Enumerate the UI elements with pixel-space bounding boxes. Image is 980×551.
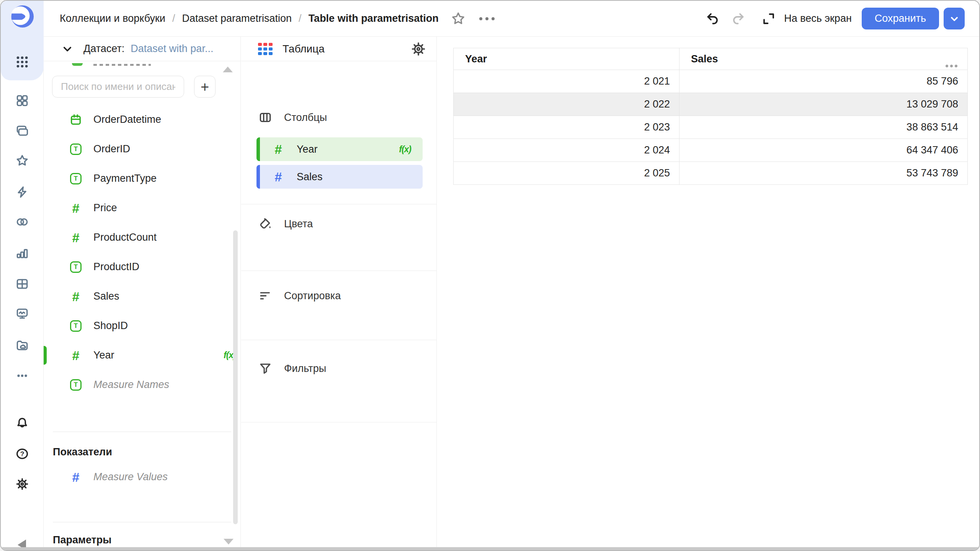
redo-icon[interactable] xyxy=(730,11,746,26)
table-row[interactable]: 2 02185 796 xyxy=(454,70,968,93)
save-button[interactable]: Сохранить xyxy=(862,8,939,29)
scroll-down-icon[interactable] xyxy=(224,539,234,544)
bottom-scrollbar[interactable] xyxy=(1,547,979,550)
table-header-year[interactable]: Year xyxy=(454,48,679,70)
sidebar-item-connections[interactable] xyxy=(14,214,31,230)
table-cell: 85 796 xyxy=(679,70,968,93)
quick-actions-icon xyxy=(15,185,29,199)
settings-gear-icon[interactable] xyxy=(410,41,426,57)
text-field-icon: T xyxy=(70,261,82,273)
chip-label: Year xyxy=(297,143,399,155)
dataset-header: Датасет: Dataset with par... xyxy=(44,37,240,61)
dataset-name-link[interactable]: Dataset with par... xyxy=(131,43,213,55)
field-row-orderid[interactable]: T OrderID xyxy=(44,134,231,164)
columns-section-label: Столбцы xyxy=(284,112,327,124)
tables-icon xyxy=(15,277,29,291)
field-row-sales[interactable]: # Sales xyxy=(44,282,231,311)
table-row[interactable]: 2 02464 347 406 xyxy=(454,139,968,162)
sidebar-item-tables[interactable] xyxy=(14,276,31,292)
dashboards-icon xyxy=(15,93,29,108)
visualization-panel: Таблица Столбцы # Yearf(x) # Sales xyxy=(241,37,437,547)
table-cell: 53 743 789 xyxy=(679,162,968,185)
favorite-star-icon[interactable] xyxy=(450,11,466,27)
dataset-panel: Датасет: Dataset with par... + OrderDate… xyxy=(44,37,241,547)
field-label: Price xyxy=(93,202,117,214)
table-cell: 2 023 xyxy=(454,116,679,139)
number-field-icon: # xyxy=(275,170,282,183)
field-search-input[interactable] xyxy=(52,76,184,98)
scroll-up-icon[interactable] xyxy=(223,67,233,72)
sidebar-item-favorites[interactable] xyxy=(14,152,31,169)
visualization-title[interactable]: Таблица xyxy=(283,43,410,55)
breadcrumb-item[interactable]: Коллекции и воркбуки xyxy=(60,13,165,24)
field-row-price[interactable]: # Price xyxy=(44,193,231,223)
filters-section[interactable]: Фильтры xyxy=(258,361,326,376)
number-field-icon: # xyxy=(72,471,80,484)
text-field-icon: T xyxy=(70,173,82,184)
table-cell: 2 021 xyxy=(454,70,679,93)
colors-section[interactable]: Цвета xyxy=(258,217,313,231)
sidebar-item-settings[interactable] xyxy=(14,476,31,492)
sidebar-item-more[interactable] xyxy=(14,367,31,384)
sidebar-item-storage[interactable] xyxy=(14,337,31,354)
fullscreen-label[interactable]: На весь экран xyxy=(784,13,852,24)
save-dropdown-button[interactable] xyxy=(944,8,965,29)
table-menu-ellipsis-icon[interactable] xyxy=(946,65,957,67)
sorting-section[interactable]: Сортировка xyxy=(258,289,341,303)
undo-icon[interactable] xyxy=(705,11,720,26)
field-row-measure-values[interactable]: # Measure Values xyxy=(44,462,231,492)
top-bar: Коллекции и воркбуки/Dataset parametrisa… xyxy=(44,1,979,37)
more-icon xyxy=(15,368,29,383)
svg-text:?: ? xyxy=(20,450,24,458)
visualization-header: Таблица xyxy=(241,37,436,61)
params-section-title: Параметры xyxy=(53,534,111,546)
paint-bucket-icon xyxy=(258,217,273,231)
breadcrumb-separator: / xyxy=(172,13,175,24)
table-row[interactable]: 2 02338 863 514 xyxy=(454,116,968,139)
formula-icon: f(x) xyxy=(399,144,411,155)
field-row-productid[interactable]: T ProductID xyxy=(44,252,231,282)
sidebar-item-help[interactable]: ? xyxy=(14,445,31,462)
columns-icon xyxy=(258,110,273,125)
text-field-icon: T xyxy=(70,320,82,332)
sidebar-item-workbooks[interactable] xyxy=(14,122,31,139)
table-cell: 38 863 514 xyxy=(679,116,968,139)
monitoring-icon xyxy=(15,306,29,321)
table-cell: 2 025 xyxy=(454,162,679,185)
field-row-shopid[interactable]: T ShopID xyxy=(44,311,231,341)
table-visualization-icon[interactable] xyxy=(258,43,273,55)
sidebar-item-apps-grid[interactable] xyxy=(14,54,31,70)
number-field-icon: # xyxy=(72,202,80,215)
sidebar-item-quick-actions[interactable] xyxy=(14,184,31,201)
datalens-logo-icon[interactable] xyxy=(11,5,34,28)
breadcrumb-item[interactable]: Dataset parametrisation xyxy=(182,13,292,24)
column-chip-year[interactable]: # Yearf(x) xyxy=(256,137,423,161)
field-row-productcount[interactable]: # ProductCount xyxy=(44,223,231,252)
fullscreen-icon[interactable] xyxy=(761,11,776,26)
sidebar-item-monitoring[interactable] xyxy=(14,305,31,322)
more-ellipsis-icon[interactable] xyxy=(479,17,495,20)
chevron-down-icon[interactable] xyxy=(60,42,74,56)
column-chip-sales[interactable]: # Sales xyxy=(256,165,423,189)
table-header-sales[interactable]: Sales xyxy=(679,48,968,70)
sidebar-item-charts[interactable] xyxy=(14,245,31,262)
table-cell: 64 347 406 xyxy=(679,139,968,162)
table-row[interactable]: 2 02213 029 708 xyxy=(454,93,968,116)
divider xyxy=(241,340,436,340)
add-field-button[interactable]: + xyxy=(194,76,216,98)
storage-icon xyxy=(15,338,29,352)
field-label: OrderDatetime xyxy=(93,114,161,126)
field-row-paymenttype[interactable]: T PaymentType xyxy=(44,164,231,193)
field-row-orderdatetime[interactable]: OrderDatetime xyxy=(44,105,231,134)
field-label: Measure Names xyxy=(93,379,169,391)
breadcrumb: Коллекции и воркбуки/Dataset parametrisa… xyxy=(60,13,439,24)
divider xyxy=(53,432,231,432)
fields-scrollbar[interactable] xyxy=(233,230,238,524)
field-label: Year xyxy=(93,349,114,361)
field-row-measure-names[interactable]: T Measure Names xyxy=(44,370,231,399)
field-row-year[interactable]: # Yearf(x) xyxy=(44,341,231,370)
sidebar-item-notifications[interactable] xyxy=(14,415,31,432)
table-row[interactable]: 2 02553 743 789 xyxy=(454,162,968,185)
table-cell: 13 029 708 xyxy=(679,93,968,116)
sidebar-item-dashboards[interactable] xyxy=(14,92,31,109)
